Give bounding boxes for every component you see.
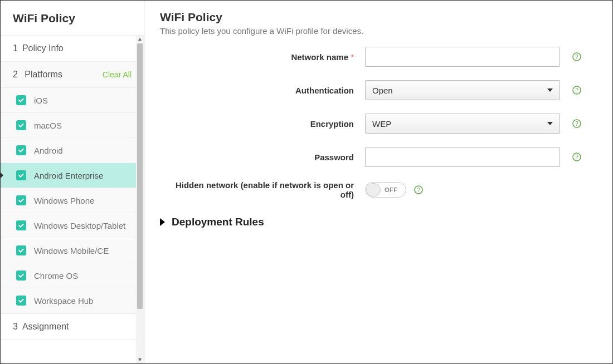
platform-item-android[interactable]: Android — [1, 138, 144, 163]
checkbox-icon[interactable] — [16, 145, 26, 155]
checkbox-icon[interactable] — [16, 296, 26, 306]
checkbox-icon[interactable] — [16, 270, 26, 281]
scroll-thumb[interactable] — [137, 43, 143, 309]
platform-item-chrome-os[interactable]: Chrome OS — [1, 263, 144, 288]
network-name-input[interactable] — [365, 47, 560, 67]
scroll-down-arrow-icon[interactable] — [136, 356, 144, 363]
step-number: 2 — [13, 70, 18, 79]
step-label: Policy Info — [22, 43, 64, 53]
row-encryption: Encryption WEP ? — [160, 114, 597, 134]
platform-item-android-enterprise[interactable]: Android Enterprise — [1, 163, 144, 188]
sidebar: WiFi Policy 1 Policy Info 2 Platforms Cl… — [1, 1, 144, 363]
chevron-down-icon — [547, 122, 553, 125]
page-subtitle: This policy lets you configure a WiFi pr… — [160, 26, 597, 36]
svg-text:?: ? — [575, 121, 578, 127]
required-asterisk: * — [351, 52, 354, 62]
help-icon[interactable]: ? — [572, 86, 581, 95]
step-number: 3 — [13, 322, 18, 332]
platform-label: Windows Desktop/Tablet — [34, 221, 125, 230]
row-password: Password ? — [160, 147, 597, 167]
platform-label: macOS — [34, 121, 62, 130]
label-authentication: Authentication — [160, 86, 365, 95]
platform-item-windows-mobile-ce[interactable]: Windows Mobile/CE — [1, 238, 144, 263]
checkbox-icon[interactable] — [16, 120, 26, 130]
platform-item-windows-phone[interactable]: Windows Phone — [1, 188, 144, 213]
svg-text:?: ? — [575, 87, 578, 94]
label-hidden-network: Hidden network (enable if network is ope… — [160, 180, 365, 199]
label-encryption: Encryption — [160, 119, 365, 129]
encryption-select[interactable]: WEP — [365, 114, 560, 134]
platform-label: Windows Mobile/CE — [34, 246, 109, 255]
select-value: Open — [372, 86, 393, 95]
platform-item-windows-desktop-tablet[interactable]: Windows Desktop/Tablet — [1, 213, 144, 238]
deployment-rules-label: Deployment Rules — [172, 216, 264, 228]
platform-label: Android Enterprise — [34, 171, 103, 180]
clear-all-link[interactable]: Clear All — [103, 70, 132, 79]
svg-text:?: ? — [575, 54, 578, 60]
app-window: WiFi Policy 1 Policy Info 2 Platforms Cl… — [0, 0, 613, 364]
step-number: 1 — [13, 43, 18, 53]
password-input[interactable] — [365, 147, 560, 167]
label-network-name: Network name * — [160, 52, 365, 62]
svg-text:?: ? — [575, 154, 578, 160]
platform-label: Chrome OS — [34, 271, 78, 281]
checkbox-icon[interactable] — [16, 245, 26, 255]
platform-item-ios[interactable]: iOS — [1, 88, 144, 113]
help-icon[interactable]: ? — [572, 153, 581, 161]
authentication-select[interactable]: Open — [365, 80, 560, 100]
checkbox-icon[interactable] — [16, 195, 26, 205]
platform-label: iOS — [34, 96, 48, 105]
toggle-state: OFF — [385, 186, 398, 193]
sidebar-scrollbar[interactable] — [136, 36, 144, 363]
page-title: WiFi Policy — [160, 11, 597, 24]
help-icon[interactable]: ? — [414, 185, 423, 194]
row-network-name: Network name * ? — [160, 47, 597, 67]
svg-text:?: ? — [417, 187, 420, 193]
main-content: WiFi Policy This policy lets you configu… — [144, 1, 612, 363]
select-value: WEP — [372, 119, 391, 129]
label-password: Password — [160, 153, 365, 162]
help-icon[interactable]: ? — [572, 52, 581, 61]
checkbox-icon[interactable] — [16, 95, 26, 105]
chevron-down-icon — [547, 88, 553, 92]
row-hidden-network: Hidden network (enable if network is ope… — [160, 180, 597, 199]
step-label: Assignment — [22, 322, 69, 332]
step-platforms[interactable]: 2 Platforms Clear All — [1, 62, 144, 88]
scroll-up-arrow-icon[interactable] — [136, 36, 144, 43]
platform-item-macos[interactable]: macOS — [1, 113, 144, 138]
step-policy-info[interactable]: 1 Policy Info — [1, 36, 144, 62]
platform-label: Workspace Hub — [34, 296, 93, 306]
help-icon[interactable]: ? — [572, 119, 581, 128]
step-label: Platforms — [25, 70, 62, 79]
platform-item-workspace-hub[interactable]: Workspace Hub — [1, 288, 144, 313]
checkbox-icon[interactable] — [16, 170, 26, 180]
deployment-rules-toggle[interactable]: Deployment Rules — [160, 216, 597, 228]
sidebar-scroll: 1 Policy Info 2 Platforms Clear All iOS … — [1, 36, 144, 363]
scroll-track[interactable] — [136, 43, 144, 356]
sidebar-title: WiFi Policy — [1, 1, 144, 36]
platform-label: Windows Phone — [34, 196, 94, 205]
checkbox-icon[interactable] — [16, 220, 26, 230]
arrow-right-icon — [160, 218, 165, 226]
step-assignment[interactable]: 3 Assignment — [1, 313, 144, 340]
toggle-knob — [366, 183, 381, 196]
hidden-network-toggle[interactable]: OFF — [365, 182, 406, 198]
row-authentication: Authentication Open ? — [160, 80, 597, 100]
platform-label: Android — [34, 146, 63, 155]
